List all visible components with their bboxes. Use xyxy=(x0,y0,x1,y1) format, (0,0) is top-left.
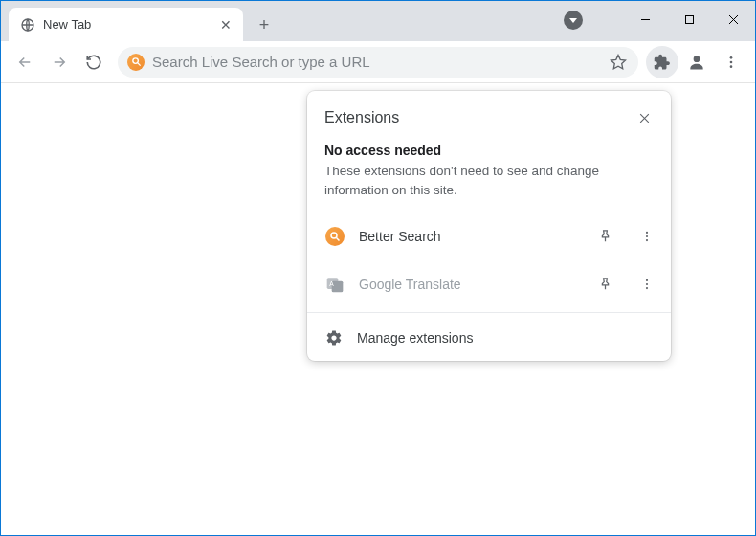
window-close-button[interactable] xyxy=(711,1,755,37)
better-search-icon xyxy=(324,226,345,247)
media-dropdown-icon[interactable] xyxy=(564,11,583,30)
address-bar[interactable]: Search Live Search or type a URL xyxy=(118,47,638,78)
svg-point-22 xyxy=(331,233,337,238)
tab-close-icon[interactable]: ✕ xyxy=(218,17,233,33)
svg-point-17 xyxy=(730,56,733,59)
svg-marker-15 xyxy=(611,55,626,68)
extension-row-google-translate[interactable]: A Google Translate xyxy=(307,260,671,308)
back-button[interactable] xyxy=(9,46,41,78)
browser-toolbar: Search Live Search or type a URL xyxy=(1,41,755,83)
bookmark-star-icon[interactable] xyxy=(608,52,629,73)
omnibox-placeholder: Search Live Search or type a URL xyxy=(152,54,600,70)
svg-text:A: A xyxy=(329,279,334,286)
tab-title: New Tab xyxy=(43,17,211,32)
divider xyxy=(307,312,671,313)
popup-section-heading: No access needed xyxy=(324,143,654,158)
extension-row-better-search[interactable]: Better Search xyxy=(307,212,671,260)
svg-point-30 xyxy=(646,279,648,280)
svg-point-16 xyxy=(694,56,700,62)
more-icon[interactable] xyxy=(633,222,661,251)
manage-extensions-button[interactable]: Manage extensions xyxy=(307,317,671,357)
gear-icon xyxy=(324,328,344,347)
profile-button[interactable] xyxy=(680,46,713,78)
extension-name: Better Search xyxy=(359,229,577,244)
svg-point-19 xyxy=(730,65,733,68)
svg-line-14 xyxy=(137,63,140,66)
globe-icon xyxy=(20,17,35,33)
svg-point-32 xyxy=(646,287,648,289)
extensions-button[interactable] xyxy=(646,46,678,78)
svg-point-31 xyxy=(646,282,648,284)
new-tab-button[interactable]: + xyxy=(251,11,278,38)
reload-button[interactable] xyxy=(78,46,110,78)
search-engine-icon xyxy=(127,54,145,71)
window-titlebar: New Tab ✕ + xyxy=(1,1,755,41)
popup-section-description: These extensions don't need to see and c… xyxy=(324,162,654,201)
google-translate-icon: A xyxy=(324,274,345,295)
svg-point-26 xyxy=(646,239,648,241)
svg-rect-10 xyxy=(685,15,693,23)
forward-button[interactable] xyxy=(43,46,76,78)
svg-point-18 xyxy=(730,60,733,63)
svg-line-23 xyxy=(337,237,340,240)
svg-point-13 xyxy=(132,58,138,64)
svg-point-24 xyxy=(646,231,648,233)
pin-icon[interactable] xyxy=(590,222,619,251)
window-minimize-button[interactable] xyxy=(623,1,667,37)
extension-name: Google Translate xyxy=(359,277,577,292)
more-icon[interactable] xyxy=(633,270,661,299)
menu-button[interactable] xyxy=(715,46,747,78)
window-maximize-button[interactable] xyxy=(667,1,711,37)
browser-tab[interactable]: New Tab ✕ xyxy=(9,8,243,41)
extensions-popup: Extensions No access needed These extens… xyxy=(307,91,671,361)
svg-point-25 xyxy=(646,234,648,236)
popup-close-button[interactable] xyxy=(633,106,656,129)
manage-extensions-label: Manage extensions xyxy=(357,330,473,346)
pin-icon[interactable] xyxy=(590,270,619,299)
popup-title: Extensions xyxy=(324,109,633,126)
